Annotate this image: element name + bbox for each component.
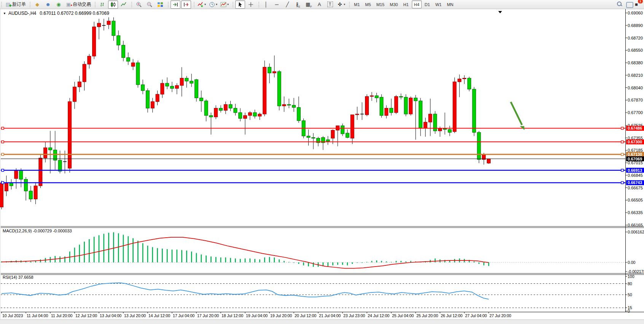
timeframe-d1-button[interactable]: D1 [422, 0, 432, 8]
notification-badge: 1 [638, 0, 643, 3]
toolbar-group-scroll [167, 0, 193, 9]
svg-text:27 Jul 20:00: 27 Jul 20:00 [489, 313, 511, 318]
equidistant-channel-button[interactable]: ∦E [293, 0, 303, 9]
indicators-button[interactable]: ▾ [196, 0, 207, 9]
bars-chart-icon [99, 2, 105, 8]
new-order-button-label: 新订单 [12, 1, 26, 8]
dropdown-caret-icon[interactable]: ▾ [204, 3, 206, 6]
crosshair-icon [248, 2, 254, 8]
crosshair-button[interactable] [246, 0, 256, 9]
svg-text:0.68210: 0.68210 [628, 73, 643, 78]
chart-shift-button[interactable] [181, 0, 191, 9]
svg-text:20 Jul 12:00: 20 Jul 12:00 [295, 313, 316, 318]
svg-text:17 Jul 20:00: 17 Jul 20:00 [197, 313, 219, 318]
chat-icon [626, 2, 633, 8]
zoom-in-button[interactable] [134, 0, 144, 9]
svg-text:0.67300: 0.67300 [628, 140, 642, 144]
tiles-icon [157, 2, 163, 8]
zoom-in-icon [136, 2, 142, 8]
trendline-button[interactable]: ╱ [282, 0, 292, 9]
svg-text:0.67069: 0.67069 [628, 157, 642, 161]
toolbar-group-pointer [231, 0, 257, 9]
svg-text:11 Jul 20:00: 11 Jul 20:00 [51, 313, 73, 318]
tline-icon: ╱ [284, 2, 290, 8]
timeframe-m5-button[interactable]: M5 [363, 0, 373, 8]
timeframe-m15-button[interactable]: M15 [374, 0, 387, 8]
svg-text:12 Jul 12:00: 12 Jul 12:00 [75, 313, 97, 318]
bar-chart-button[interactable] [97, 0, 107, 9]
svg-text:0.68720: 0.68720 [628, 36, 643, 40]
svg-text:0.66335: 0.66335 [628, 210, 643, 215]
svg-text:0.69060: 0.69060 [628, 11, 643, 15]
channel-icon: ∦E [295, 2, 301, 8]
svg-text:23 Jul 23:00: 23 Jul 23:00 [343, 313, 365, 318]
svg-text:13 Jul 20:00: 13 Jul 20:00 [124, 313, 146, 318]
svg-text:0: 0 [628, 309, 630, 313]
auto-scroll-button[interactable] [171, 0, 180, 9]
timeframe-m30-button[interactable]: M30 [387, 0, 400, 8]
cursor-icon [237, 2, 243, 8]
svg-text:0.68550: 0.68550 [628, 48, 643, 52]
navigator-button[interactable]: ◉ [54, 0, 64, 9]
timeframe-h1-button[interactable]: H1 [401, 0, 411, 8]
timeframe-h1-button-label: H1 [403, 2, 408, 7]
toolbar-group-objects: │─╱∦E▦FAT✜▾ [257, 0, 348, 9]
svg-text:0.66743: 0.66743 [628, 180, 642, 185]
svg-text:11 Jul 04:00: 11 Jul 04:00 [27, 313, 48, 318]
doc-plus-icon: ▤✚ [5, 2, 11, 8]
autotrading-button[interactable]: ▣●自动交易 [64, 0, 92, 9]
svg-text:25 Jul 04:00: 25 Jul 04:00 [392, 313, 414, 318]
search-button[interactable] [614, 0, 624, 9]
svg-text:0.68380: 0.68380 [628, 60, 643, 65]
svg-text:80: 80 [628, 281, 632, 286]
chart-shift-icon [183, 2, 189, 8]
svg-text:0.67700: 0.67700 [628, 110, 643, 115]
toolbar-group-chart-type [94, 0, 130, 9]
toolbar-group-panels: ◆☻◉▣●自动交易 [29, 0, 94, 9]
notifications-button[interactable]: ■1 [625, 0, 641, 9]
svg-text:0.68890: 0.68890 [628, 23, 643, 28]
text-button[interactable]: A [314, 0, 324, 9]
timeframe-w1-button[interactable]: W1 [433, 0, 444, 8]
timeframe-h4-button[interactable]: H4 [412, 0, 422, 8]
timeframe-m15-button-label: M15 [376, 2, 384, 7]
new-order-button[interactable]: ▤✚新订单 [4, 0, 27, 9]
svg-text:50: 50 [628, 292, 632, 297]
shapes-icon: ✜ [337, 2, 343, 8]
timeframe-m1-button[interactable]: M1 [352, 0, 362, 8]
templates-button[interactable]: ▾ [219, 0, 230, 9]
tile-windows-button[interactable] [155, 0, 165, 9]
candle-chart-icon [110, 2, 116, 8]
cursor-button[interactable] [235, 0, 245, 9]
chart-menu-icon[interactable]: ▼ [3, 12, 6, 15]
dropdown-caret-icon[interactable]: ▾ [344, 3, 345, 6]
line-chart-button[interactable] [119, 0, 129, 9]
zoom-out-button[interactable] [145, 0, 155, 9]
horizontal-line-button[interactable]: ─ [272, 0, 282, 9]
svg-text:13 Jul 04:00: 13 Jul 04:00 [100, 313, 121, 318]
svg-text:0.67130: 0.67130 [628, 152, 642, 157]
timeframe-mn-button[interactable]: MN [445, 0, 456, 8]
svg-text:27 Jul 04:00: 27 Jul 04:00 [465, 313, 487, 318]
svg-text:19 Jul 20:00: 19 Jul 20:00 [270, 313, 292, 318]
arrows-button[interactable]: ✜▾ [336, 0, 346, 9]
svg-text:100: 100 [628, 274, 634, 279]
funnel-icon: ◆ [34, 2, 40, 8]
svg-text:0.66505: 0.66505 [628, 198, 643, 202]
timeframe-d1-button-label: D1 [425, 2, 430, 7]
hline-icon: ─ [274, 2, 280, 8]
chart-ohlc-values: 0.67011 0.67072 0.66999 0.67069 [40, 11, 109, 16]
timeframe-m30-button-label: M30 [390, 2, 398, 7]
periods-button[interactable]: ▾ [208, 0, 218, 9]
vertical-line-button[interactable]: │ [261, 0, 271, 9]
text-label-button[interactable]: T [325, 0, 335, 9]
indicator-add-icon [198, 2, 204, 8]
text-icon: A [316, 2, 322, 8]
data-window-button[interactable]: ☻ [43, 0, 53, 9]
market-watch-button[interactable]: ◆ [32, 0, 42, 9]
dropdown-caret-icon[interactable]: ▾ [227, 3, 229, 6]
dropdown-caret-icon[interactable]: ▾ [216, 3, 217, 6]
candlestick-chart-button[interactable] [108, 0, 118, 9]
fibonacci-button[interactable]: ▦F [304, 0, 314, 9]
toolbar-group-zoom [130, 0, 167, 9]
